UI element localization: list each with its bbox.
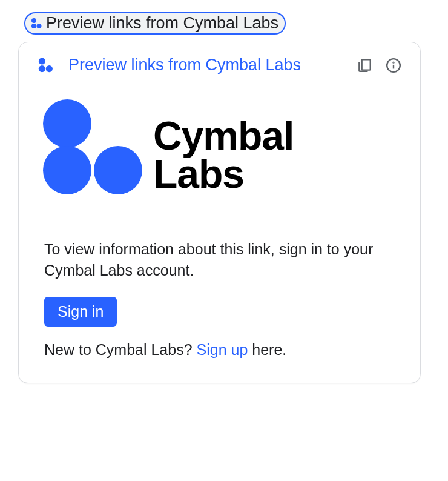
preview-card: Preview links from Cymbal Labs bbox=[18, 42, 421, 383]
card-content: To view information about this link, sig… bbox=[19, 225, 420, 359]
signup-prefix: New to Cymbal Labs? bbox=[44, 341, 197, 358]
signin-description: To view information about this link, sig… bbox=[44, 239, 395, 281]
svg-point-2 bbox=[37, 24, 42, 28]
signup-suffix: here. bbox=[248, 341, 286, 358]
cymbal-labs-icon bbox=[37, 57, 54, 74]
svg-point-5 bbox=[46, 65, 53, 72]
header-actions bbox=[356, 57, 402, 74]
sign-up-link[interactable]: Sign up bbox=[197, 341, 248, 358]
info-icon[interactable] bbox=[385, 57, 402, 74]
sign-in-button[interactable]: Sign in bbox=[44, 297, 117, 327]
cymbal-labs-logo-text: CymbalLabs bbox=[153, 117, 294, 193]
card-title: Preview links from Cymbal Labs bbox=[68, 56, 341, 75]
card-header: Preview links from Cymbal Labs bbox=[19, 42, 420, 81]
copy-icon[interactable] bbox=[356, 57, 373, 74]
svg-rect-6 bbox=[362, 59, 371, 70]
signup-text: New to Cymbal Labs? Sign up here. bbox=[44, 341, 395, 359]
chip-label: Preview links from Cymbal Labs bbox=[46, 15, 278, 32]
cymbal-labs-logo-mark bbox=[43, 116, 142, 194]
svg-point-4 bbox=[39, 65, 45, 72]
svg-point-3 bbox=[39, 58, 45, 64]
cymbal-labs-icon-small bbox=[30, 18, 42, 30]
brand-logo-section: CymbalLabs bbox=[19, 81, 420, 225]
svg-point-0 bbox=[31, 18, 36, 23]
svg-point-9 bbox=[393, 62, 394, 62]
svg-point-1 bbox=[31, 24, 36, 28]
link-preview-chip[interactable]: Preview links from Cymbal Labs bbox=[24, 12, 286, 35]
